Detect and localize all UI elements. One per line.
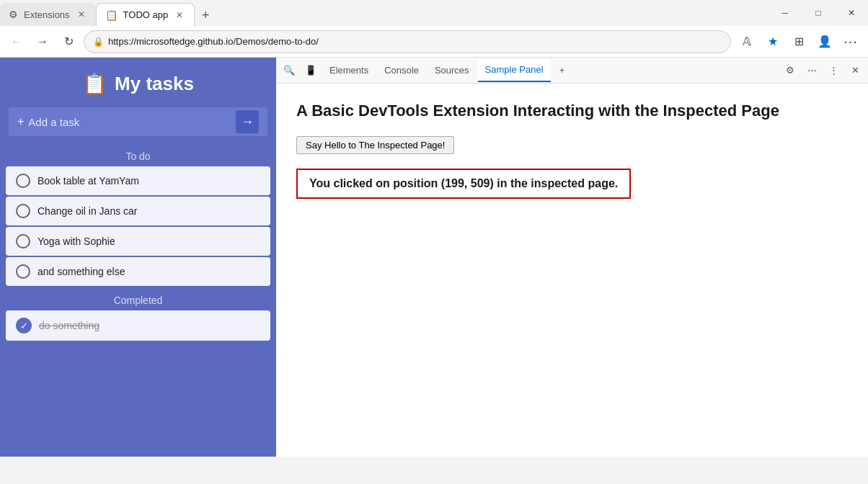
- completed-task-list: ✓ do something: [0, 310, 276, 341]
- maximize-button[interactable]: □: [802, 0, 835, 26]
- devtools-close-button[interactable]: ✕: [845, 60, 865, 81]
- task-text-4: and something else: [37, 266, 125, 277]
- read-aloud-button[interactable]: 𝔸: [735, 30, 758, 53]
- add-task-row: + →: [9, 107, 267, 136]
- extensions-tab-label: Extensions: [24, 9, 70, 20]
- window-controls: ─ □ ✕: [769, 0, 868, 26]
- address-actions: 𝔸 ★ ⊞ 👤 ···: [735, 30, 862, 53]
- more-button[interactable]: ···: [839, 30, 862, 53]
- url-bar[interactable]: 🔒 https://microsoftedge.github.io/Demos/…: [84, 30, 731, 53]
- devtools-tab-console[interactable]: Console: [377, 59, 426, 82]
- devtools-tab-sources[interactable]: Sources: [428, 59, 477, 82]
- devtools-device-icon[interactable]: 📱: [301, 60, 321, 81]
- completed-task-text-1: do something: [39, 320, 99, 331]
- browser-content: 📋 My tasks + → To do Book table at YamYa…: [0, 58, 868, 457]
- completed-task-item-1[interactable]: ✓ do something: [6, 310, 270, 341]
- favorites-button[interactable]: ★: [761, 30, 784, 53]
- task-text-1: Book table at YamYam: [37, 175, 139, 187]
- task-list: Book table at YamYam Change oil in Jans …: [0, 166, 276, 286]
- devtools-tab-elements[interactable]: Elements: [322, 59, 376, 82]
- devtools-heading: A Basic DevTools Extension Interacting w…: [296, 101, 848, 122]
- todo-tab-label: TODO app: [123, 9, 169, 20]
- tab-todo-app[interactable]: 📋 TODO app ✕: [96, 3, 195, 26]
- task-text-2: Change oil in Jans car: [37, 205, 138, 217]
- add-task-button[interactable]: →: [236, 110, 259, 133]
- task-circle-3: [16, 234, 30, 248]
- devtools-more-button[interactable]: ⋮: [823, 60, 843, 81]
- task-check-icon-1: ✓: [16, 318, 32, 333]
- add-task-plus-icon: +: [17, 115, 24, 128]
- task-item-1[interactable]: Book table at YamYam: [6, 166, 270, 195]
- todo-tab-close[interactable]: ✕: [174, 9, 185, 21]
- devtools-settings-button[interactable]: ⚙: [780, 60, 800, 81]
- todo-app-title: My tasks: [115, 73, 194, 95]
- url-text: https://microsoftedge.github.io/Demos/de…: [108, 36, 319, 47]
- collections-button[interactable]: ⊞: [787, 30, 810, 53]
- tab-extensions[interactable]: ⚙ Extensions ✕: [0, 3, 96, 26]
- tab-bar: ⚙ Extensions ✕ 📋 TODO app ✕ +: [0, 0, 769, 26]
- task-item-4[interactable]: and something else: [6, 257, 270, 286]
- add-tab-button[interactable]: +: [195, 4, 216, 26]
- click-position-message: You clicked on position (199, 509) in th…: [296, 169, 631, 199]
- profile-button[interactable]: 👤: [813, 30, 836, 53]
- say-hello-button[interactable]: Say Hello to The Inspected Page!: [296, 136, 454, 154]
- todo-tab-icon: 📋: [105, 9, 118, 21]
- lock-icon: 🔒: [93, 37, 104, 47]
- back-button[interactable]: ←: [6, 31, 27, 53]
- task-item-3[interactable]: Yoga with Sophie: [6, 227, 270, 256]
- todo-header: 📋 My tasks: [0, 58, 276, 107]
- extensions-tab-icon: ⚙: [9, 9, 18, 20]
- task-circle-1: [16, 174, 30, 188]
- devtools-panel: 🔍 📱 Elements Console Sources Sample Pane…: [276, 58, 868, 457]
- extensions-tab-close[interactable]: ✕: [76, 9, 87, 20]
- devtools-tab-sample-panel[interactable]: Sample Panel: [478, 59, 551, 82]
- todo-app-icon: 📋: [82, 72, 107, 96]
- close-button[interactable]: ✕: [835, 0, 868, 26]
- forward-button[interactable]: →: [32, 31, 53, 53]
- todo-section-label: To do: [0, 145, 276, 166]
- task-item-2[interactable]: Change oil in Jans car: [6, 197, 270, 225]
- completed-section-label: Completed: [0, 286, 276, 310]
- devtools-connect-icon[interactable]: ⋯: [802, 60, 822, 81]
- task-circle-2: [16, 204, 30, 218]
- add-task-input[interactable]: [28, 116, 236, 128]
- task-circle-4: [16, 264, 30, 279]
- devtools-inspect-icon[interactable]: 🔍: [279, 60, 299, 81]
- devtools-content: A Basic DevTools Extension Interacting w…: [276, 84, 868, 457]
- address-bar: ← → ↻ 🔒 https://microsoftedge.github.io/…: [0, 26, 868, 58]
- todo-sidebar: 📋 My tasks + → To do Book table at YamYa…: [0, 58, 276, 457]
- title-bar: ⚙ Extensions ✕ 📋 TODO app ✕ + ─ □ ✕: [0, 0, 868, 26]
- devtools-actions: ⚙ ⋯ ⋮ ✕: [780, 60, 865, 81]
- devtools-tab-bar: 🔍 📱 Elements Console Sources Sample Pane…: [276, 58, 868, 84]
- minimize-button[interactable]: ─: [769, 0, 802, 26]
- task-text-3: Yoga with Sophie: [37, 236, 115, 247]
- devtools-add-panel-button[interactable]: +: [552, 60, 572, 81]
- refresh-button[interactable]: ↻: [58, 31, 79, 53]
